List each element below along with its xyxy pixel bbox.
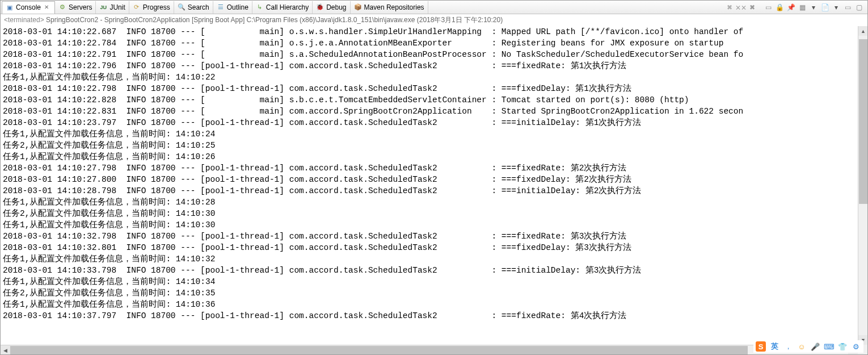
tab-label: Search	[188, 3, 209, 11]
call-hierarchy-icon: ↳	[256, 3, 264, 11]
clear-console-button[interactable]: ▭	[763, 2, 773, 12]
ime-voice-icon[interactable]: 🎤	[810, 341, 820, 352]
dropdown-icon[interactable]: ▾	[831, 2, 841, 12]
tab-console[interactable]: ▣ Console ✕	[2, 1, 55, 14]
tab-label: Console	[16, 3, 41, 11]
vertical-scroll-thumb[interactable]	[859, 39, 867, 204]
pin-console-button[interactable]: 📌	[786, 2, 796, 12]
servers-icon: ⚙	[58, 3, 66, 11]
maven-icon: 📦	[354, 3, 362, 11]
junit-icon: JU	[99, 3, 107, 11]
horizontal-scrollbar[interactable]: ◀ ▶	[1, 345, 858, 354]
console-output-area[interactable]: 2018-03-01 14:10:22.687 INFO 18700 --- […	[1, 26, 867, 354]
remove-launch-button[interactable]: ✖	[747, 2, 757, 12]
process-description: SpringBootCron2 - SpringBootCron2Applica…	[46, 16, 503, 24]
tab-label: Outline	[227, 3, 248, 11]
ime-punct-icon[interactable]: ，	[783, 341, 793, 352]
close-icon[interactable]: ✕	[44, 4, 51, 11]
tab-label: Progress	[143, 3, 170, 11]
tab-junit[interactable]: JU JUnit	[96, 1, 129, 14]
dropdown-icon[interactable]: ▾	[808, 2, 819, 12]
progress-icon: ⟳	[133, 3, 141, 11]
ime-toolbar[interactable]: S 英 ， ☺ 🎤 ⌨ 👕 ⚙	[753, 340, 863, 353]
debug-icon: 🐞	[316, 3, 324, 11]
tab-maven-repositories[interactable]: 📦 Maven Repositories	[351, 1, 428, 14]
search-icon: 🔍	[178, 3, 186, 11]
scroll-left-button[interactable]: ◀	[1, 345, 10, 354]
terminate-button[interactable]: ✖	[724, 2, 735, 12]
console-toolbar: ✖ ⨯⨯ ✖ ▭ 🔒 📌 ▦ ▾ 📄 ▾ ▭ ▢	[724, 2, 866, 12]
minimize-button[interactable]: ▭	[842, 2, 853, 12]
tab-search[interactable]: 🔍 Search	[174, 1, 213, 14]
tab-progress[interactable]: ⟳ Progress	[129, 1, 174, 14]
tab-label: JUnit	[109, 3, 125, 11]
tab-call-hierarchy[interactable]: ↳ Call Hierarchy	[252, 1, 313, 14]
horizontal-scroll-thumb[interactable]	[10, 346, 748, 354]
outline-icon: ☰	[217, 3, 225, 11]
terminated-label: <terminated>	[4, 16, 44, 24]
tab-outline[interactable]: ☰ Outline	[213, 1, 252, 14]
tab-label: Maven Repositories	[364, 3, 424, 11]
tab-debug[interactable]: 🐞 Debug	[313, 1, 350, 14]
terminate-all-button[interactable]: ⨯⨯	[736, 2, 746, 12]
tab-servers[interactable]: ⚙ Servers	[55, 1, 96, 14]
console-status-line: <terminated> SpringBootCron2 - SpringBoo…	[1, 14, 867, 26]
console-icon: ▣	[6, 3, 14, 11]
ime-keyboard-icon[interactable]: ⌨	[824, 341, 834, 352]
scroll-up-button[interactable]: ▲	[858, 26, 867, 36]
tab-label: Servers	[69, 3, 92, 11]
sogou-logo-icon[interactable]: S	[756, 341, 766, 352]
vertical-scrollbar[interactable]: ▲ ▼	[858, 26, 867, 345]
maximize-button[interactable]: ▢	[854, 2, 864, 12]
display-selected-button[interactable]: ▦	[797, 2, 807, 12]
console-text[interactable]: 2018-03-01 14:10:22.687 INFO 18700 --- […	[3, 26, 865, 321]
tab-label: Call Hierarchy	[266, 3, 309, 11]
ime-skin-icon[interactable]: 👕	[837, 341, 848, 352]
view-tab-bar: ▣ Console ✕ ⚙ Servers JU JUnit ⟳ Progres…	[1, 1, 867, 14]
ime-emoji-icon[interactable]: ☺	[797, 341, 807, 352]
ime-settings-icon[interactable]: ⚙	[851, 341, 861, 352]
tab-label: Debug	[326, 3, 346, 11]
scroll-lock-button[interactable]: 🔒	[774, 2, 785, 12]
ime-lang-button[interactable]: 英	[769, 341, 779, 352]
open-console-button[interactable]: 📄	[820, 2, 830, 12]
